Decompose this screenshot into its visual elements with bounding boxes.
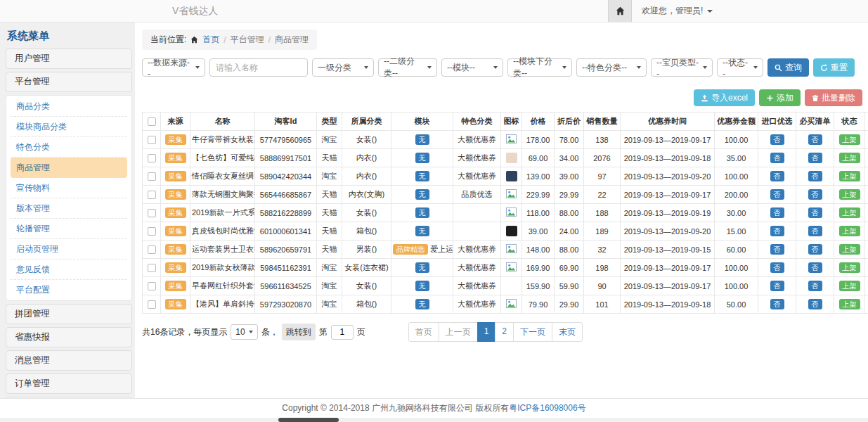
row-checkbox[interactable] [148, 227, 156, 236]
row-checkbox[interactable] [148, 136, 156, 144]
select-all-checkbox[interactable] [148, 117, 156, 126]
row-checkbox[interactable] [148, 191, 156, 199]
horizontal-scrollbar [0, 418, 868, 422]
imported-badge[interactable]: 否 [770, 226, 784, 236]
imported-badge[interactable]: 否 [770, 299, 784, 309]
imported-badge[interactable]: 否 [770, 171, 784, 181]
name-search-input[interactable] [209, 58, 308, 77]
sidebar-group-4[interactable]: 消息管理 [6, 350, 132, 371]
sidebar-group-3[interactable]: 省惠快报 [6, 327, 132, 347]
imported-badge[interactable]: 否 [770, 281, 784, 291]
row-checkbox[interactable] [148, 209, 156, 217]
sidebar-group-1[interactable]: 平台管理 [6, 72, 132, 92]
scrollbar-thumb[interactable] [278, 418, 339, 422]
home-button[interactable] [608, 0, 632, 22]
page-1-button[interactable]: 1 [477, 322, 496, 342]
must-buy-badge[interactable]: 否 [808, 226, 822, 236]
sidebar-group-5[interactable]: 订单管理 [6, 373, 132, 394]
feature-cell: 大额优惠券 [453, 241, 501, 259]
search-button[interactable]: 查询 [767, 58, 809, 77]
filter-select-status[interactable]: --状态-- [717, 58, 763, 77]
sidebar-subitem-4[interactable]: 宣传物料 [11, 178, 127, 198]
row-checkbox[interactable] [148, 300, 156, 309]
jump-button[interactable]: 跳转到 [282, 324, 316, 340]
must-buy-badge[interactable]: 否 [808, 171, 822, 181]
filter-select-item-type[interactable]: --宝贝类型-- [651, 58, 713, 77]
filter-select-module[interactable]: --模块-- [441, 58, 503, 77]
filter-select-module-sub[interactable]: --模块下分类-- [507, 58, 572, 77]
next-page-button[interactable]: 下一页 [513, 322, 552, 342]
sidebar-subitem-9[interactable]: 平台配置 [11, 280, 127, 300]
user-menu[interactable]: 欢迎您，管理员! [642, 5, 713, 17]
imported-cell: 否 [758, 167, 796, 186]
must-buy-badge[interactable]: 否 [808, 244, 822, 255]
imported-badge[interactable]: 否 [770, 207, 784, 218]
row-select-cell [143, 186, 161, 204]
sidebar-subitem-6[interactable]: 轮播管理 [11, 219, 127, 239]
must-buy-badge[interactable]: 否 [808, 134, 822, 145]
row-checkbox[interactable] [148, 154, 156, 162]
filter-select-level1[interactable]: 一级分类 [312, 58, 374, 77]
breadcrumb-home-link[interactable]: 首页 [202, 34, 219, 46]
row-checkbox[interactable] [148, 264, 156, 272]
first-page-button[interactable]: 首页 [408, 322, 439, 342]
status-badge[interactable]: 上架 [839, 134, 860, 145]
status-badge[interactable]: 上架 [839, 281, 860, 291]
sidebar-group-2[interactable]: 拼团管理 [6, 304, 132, 324]
must-buy-badge[interactable]: 否 [808, 299, 822, 309]
sidebar-subitem-7[interactable]: 启动页管理 [11, 239, 127, 260]
status-badge[interactable]: 上架 [839, 171, 860, 181]
table-row: 采集早春网红针织外套女春...596611634525淘宝女装()无大额优惠券1… [143, 277, 868, 295]
sidebar-subitem-3[interactable]: 商品管理 [11, 158, 127, 178]
imported-badge[interactable]: 否 [770, 189, 784, 200]
add-button[interactable]: 添加 [759, 89, 801, 106]
status-badge[interactable]: 上架 [839, 262, 860, 273]
must-buy-badge[interactable]: 否 [808, 281, 822, 291]
sidebar-subitem-0[interactable]: 商品分类 [11, 96, 127, 117]
prev-page-button[interactable]: 上一页 [439, 322, 478, 342]
imported-badge[interactable]: 否 [770, 244, 784, 255]
must-buy-badge[interactable]: 否 [808, 189, 822, 200]
sidebar-group-0[interactable]: 用户管理 [6, 49, 132, 69]
status-badge[interactable]: 上架 [839, 299, 860, 309]
jump-page-input[interactable] [331, 325, 354, 340]
sidebar-subitem-2[interactable]: 特色分类 [11, 137, 127, 158]
row-checkbox[interactable] [148, 245, 156, 254]
row-checkbox[interactable] [148, 282, 156, 290]
batch-delete-button[interactable]: 批量删除 [805, 89, 862, 106]
module-badge: 无 [415, 262, 429, 273]
imported-badge[interactable]: 否 [770, 134, 784, 145]
filter-select-feature[interactable]: --特色分类-- [576, 58, 647, 77]
must-buy-cell: 否 [796, 204, 834, 222]
status-badge[interactable]: 上架 [839, 153, 860, 163]
filter-select-data-source[interactable]: --数据来源-- [142, 58, 205, 77]
reset-button[interactable]: 重置 [813, 58, 855, 77]
category-cell: 男装() [342, 241, 391, 259]
coupon-amount-cell: 100.00 [715, 259, 758, 277]
sales-cell: 188 [584, 204, 621, 222]
status-badge[interactable]: 上架 [839, 226, 860, 236]
sidebar-subitem-1[interactable]: 模块商品分类 [11, 117, 127, 137]
sales-cell: 138 [584, 131, 621, 149]
row-select-cell [143, 259, 161, 277]
status-badge[interactable]: 上架 [839, 244, 860, 255]
must-buy-badge[interactable]: 否 [808, 207, 822, 218]
sidebar-subitem-5[interactable]: 版本管理 [11, 198, 127, 219]
row-checkbox[interactable] [148, 172, 156, 181]
status-badge[interactable]: 上架 [839, 189, 860, 200]
filter-select-level2[interactable]: --二级分类-- [378, 58, 437, 77]
must-buy-badge[interactable]: 否 [808, 262, 822, 273]
import-excel-button[interactable]: 导入excel [694, 89, 755, 106]
status-badge[interactable]: 上架 [839, 207, 860, 218]
icp-link[interactable]: 粤ICP备16098006号 [509, 402, 585, 414]
must-buy-badge[interactable]: 否 [808, 153, 822, 163]
per-page-select[interactable]: 10 [231, 324, 257, 340]
sidebar-subitem-8[interactable]: 意见反馈 [11, 260, 127, 280]
column-header-9: 折后价 [555, 113, 584, 131]
last-page-button[interactable]: 末页 [552, 322, 583, 342]
feature-cell: 大额优惠券 [453, 167, 501, 186]
imported-badge[interactable]: 否 [770, 153, 784, 163]
page-2-button[interactable]: 2 [495, 322, 514, 342]
imported-badge[interactable]: 否 [770, 262, 784, 273]
sales-cell: 198 [584, 259, 621, 277]
